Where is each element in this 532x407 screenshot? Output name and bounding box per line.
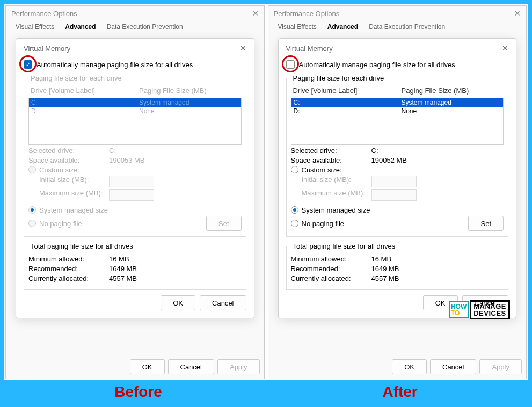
selected-drive-label: Selected drive: (291, 147, 371, 155)
close-icon[interactable]: ✕ (252, 9, 259, 18)
tab-dep[interactable]: Data Execution Prevention (363, 21, 450, 33)
ok-button[interactable]: OK (161, 295, 195, 310)
maximum-size-label: Maximum size (MB): (28, 189, 109, 201)
totals-fieldset: Total paging file size for all drives Mi… (286, 242, 509, 290)
initial-size-label: Initial size (MB): (291, 176, 371, 187)
min-allowed-value: 16 MB (109, 255, 129, 263)
space-available-label: Space available: (291, 156, 371, 164)
initial-size-input[interactable] (371, 176, 417, 187)
selected-drive-value: C: (109, 147, 116, 155)
recommended-label: Recommended: (28, 265, 109, 273)
auto-manage-checkbox[interactable]: ✓ (24, 60, 32, 69)
vm-dialog-title: Virtual Memory (286, 45, 333, 53)
totals-legend: Total paging file size for all drives (28, 242, 135, 250)
drive-row-c[interactable]: C: System managed (29, 98, 241, 107)
drive-list[interactable]: C: System managed D: None (28, 98, 242, 145)
initial-size-label: Initial size (MB): (28, 176, 109, 187)
radio-no-paging[interactable] (28, 220, 36, 227)
perf-options-titlebar: Performance Options ✕ (268, 6, 527, 21)
perf-apply-button[interactable]: Apply (479, 359, 522, 374)
perf-options-title: Performance Options (274, 10, 340, 18)
tab-dep[interactable]: Data Execution Prevention (101, 21, 188, 33)
currently-allocated-value: 4557 MB (109, 274, 137, 282)
currently-allocated-value: 4557 MB (371, 274, 399, 282)
recommended-value: 1649 MB (109, 265, 137, 273)
col-drive: Drive [Volume Label] (31, 86, 139, 95)
totals-legend: Total paging file size for all drives (291, 242, 398, 250)
perf-ok-button[interactable]: OK (392, 359, 427, 374)
system-managed-label: System managed size (302, 206, 370, 214)
col-drive: Drive [Volume Label] (293, 86, 402, 95)
recommended-label: Recommended: (291, 265, 371, 273)
radio-system-managed[interactable] (291, 206, 298, 214)
drive-list[interactable]: C: System managed D: None (291, 98, 504, 145)
comparison-labels: Before After (4, 383, 528, 401)
virtual-memory-dialog: Virtual Memory ✕ ✓ Automatically manage … (16, 38, 254, 318)
totals-fieldset: Total paging file size for all drives Mi… (24, 242, 246, 290)
custom-size-label: Custom size: (302, 166, 342, 174)
tab-advanced[interactable]: Advanced (60, 21, 101, 33)
space-available-value: 190052 MB (371, 156, 407, 164)
perf-cancel-button[interactable]: Cancel (430, 359, 476, 374)
min-allowed-label: Minimum allowed: (28, 255, 109, 263)
close-icon[interactable]: ✕ (240, 44, 246, 53)
perf-tabs: Visual Effects Advanced Data Execution P… (268, 21, 527, 33)
tab-visual-effects[interactable]: Visual Effects (273, 21, 322, 33)
no-paging-label: No paging file (302, 220, 345, 228)
recommended-value: 1649 MB (371, 265, 399, 273)
col-size: Paging File Size (MB) (402, 86, 501, 95)
auto-manage-label: Automatically manage paging file size fo… (37, 61, 193, 69)
tab-visual-effects[interactable]: Visual Effects (10, 21, 60, 33)
set-button[interactable]: Set (468, 216, 504, 231)
min-allowed-value: 16 MB (371, 255, 392, 263)
close-icon[interactable]: ✕ (514, 9, 521, 18)
space-available-label: Space available: (28, 156, 109, 164)
radio-custom-size[interactable] (28, 166, 36, 173)
auto-manage-checkbox[interactable] (286, 60, 295, 69)
radio-system-managed[interactable] (28, 206, 36, 214)
perf-options-titlebar: Performance Options ✕ (6, 6, 264, 21)
perf-cancel-button[interactable]: Cancel (168, 359, 214, 374)
watermark-logo: HOWTO MANAGEDEVICES (449, 300, 510, 319)
tab-advanced[interactable]: Advanced (322, 21, 363, 33)
after-panel: Performance Options ✕ Visual Effects Adv… (268, 5, 527, 379)
no-paging-label: No paging file (39, 220, 82, 228)
maximum-size-input[interactable] (371, 189, 417, 201)
perf-tabs: Visual Effects Advanced Data Execution P… (6, 21, 264, 33)
set-button[interactable]: Set (206, 216, 242, 231)
drive-row-d[interactable]: D: None (291, 107, 504, 115)
per-drive-legend: Paging file size for each drive (291, 74, 387, 82)
perf-apply-button[interactable]: Apply (217, 359, 260, 374)
min-allowed-label: Minimum allowed: (291, 255, 371, 263)
col-size: Paging File Size (MB) (139, 86, 239, 95)
radio-no-paging[interactable] (291, 220, 298, 227)
virtual-memory-dialog: Virtual Memory ✕ Automatically manage pa… (278, 38, 517, 318)
cancel-button[interactable]: Cancel (200, 295, 246, 310)
space-available-value: 190053 MB (109, 156, 145, 164)
selected-drive-label: Selected drive: (28, 147, 109, 155)
perf-ok-button[interactable]: OK (130, 359, 165, 374)
vm-dialog-title: Virtual Memory (24, 45, 70, 53)
initial-size-input[interactable] (109, 176, 154, 187)
before-panel: Performance Options ✕ Visual Effects Adv… (5, 5, 265, 379)
per-drive-legend: Paging file size for each drive (28, 74, 124, 82)
maximum-size-label: Maximum size (MB): (291, 189, 371, 201)
currently-allocated-label: Currently allocated: (291, 274, 371, 282)
per-drive-fieldset: Paging file size for each drive Drive [V… (286, 74, 509, 237)
drive-row-d[interactable]: D: None (29, 107, 241, 115)
system-managed-label: System managed size (39, 206, 108, 214)
selected-drive-value: C: (371, 147, 378, 155)
per-drive-fieldset: Paging file size for each drive Drive [V… (24, 74, 246, 237)
perf-options-title: Performance Options (11, 10, 77, 18)
comparison-container: Performance Options ✕ Visual Effects Adv… (4, 4, 528, 380)
drive-row-c[interactable]: C: System managed (291, 98, 504, 107)
before-label: Before (114, 383, 162, 401)
radio-custom-size[interactable] (291, 166, 298, 173)
auto-manage-label: Automatically manage paging file size fo… (299, 61, 455, 69)
custom-size-label: Custom size: (39, 166, 79, 174)
currently-allocated-label: Currently allocated: (28, 274, 109, 282)
maximum-size-input[interactable] (109, 189, 154, 201)
close-icon[interactable]: ✕ (502, 44, 508, 53)
after-label: After (382, 383, 417, 401)
